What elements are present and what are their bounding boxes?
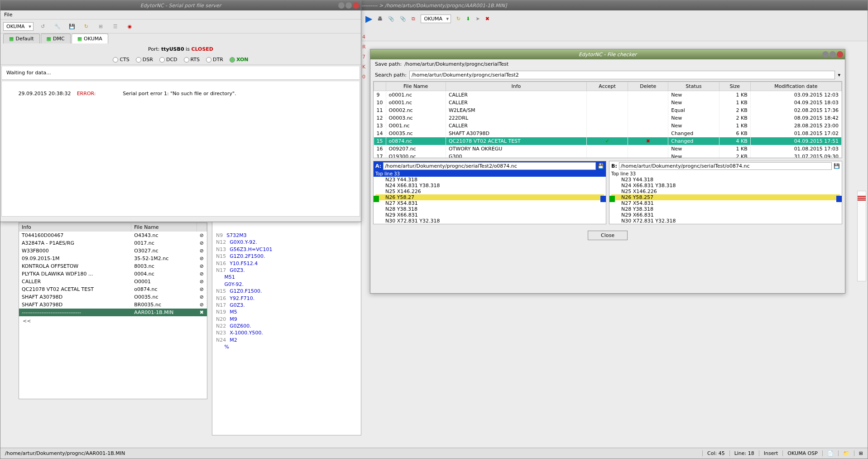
delete-icon[interactable]: ✖ bbox=[646, 138, 650, 144]
col-info[interactable]: Info bbox=[19, 223, 131, 232]
col-filename[interactable]: File Name bbox=[131, 223, 197, 232]
send-icon[interactable]: ➤ bbox=[475, 16, 480, 22]
serial-log: 29.09.2015 20:38:32 ERROR: Serial port e… bbox=[1, 81, 360, 217]
list-item[interactable]: SHAFT A30798DO0035.nc⊘ bbox=[19, 293, 207, 301]
top-line-b: Top line 33 bbox=[609, 171, 842, 177]
list-item[interactable]: KONTROLA OFFSETOW8003.nc⊘ bbox=[19, 262, 207, 270]
tab-okuma[interactable]: ▦OKUMA bbox=[72, 34, 108, 43]
col-size[interactable]: Size bbox=[719, 82, 750, 91]
list-icon[interactable]: ☰ bbox=[110, 21, 120, 31]
close-button[interactable]: Close bbox=[588, 231, 628, 240]
status-col: Col: 45 bbox=[702, 450, 729, 456]
accept-icon[interactable]: ✔ bbox=[605, 138, 609, 144]
maximize-icon[interactable] bbox=[830, 51, 836, 58]
list-item[interactable]: QC21078 VT02 ACETAL TESTo0874.nc⊘ bbox=[19, 285, 207, 293]
status-icon3[interactable]: ⊞ bbox=[854, 450, 868, 456]
grid-icon[interactable]: ⊞ bbox=[96, 21, 106, 31]
port-status-row: Port: ttyUSB0 is CLOSED bbox=[0, 43, 361, 55]
save-path-value: /home/artur/Dokumenty/prognc/serialTest bbox=[404, 61, 508, 67]
table-row[interactable]: 9o0001.ncCALLERNew1 KB03.09.2015 12:03 bbox=[374, 91, 842, 99]
status-icon2[interactable]: 📁 bbox=[838, 450, 854, 456]
dropdown-icon[interactable]: ▾ bbox=[838, 72, 840, 78]
status-line: Line: 18 bbox=[729, 450, 759, 456]
checker-title: EdytorNC - File checker bbox=[370, 49, 845, 59]
diff-b-path[interactable] bbox=[619, 162, 832, 170]
col-delete[interactable]: Delete bbox=[628, 82, 668, 91]
col-info[interactable]: Info bbox=[446, 82, 586, 91]
list-item[interactable]: 09.09.2015-1M35-52-1M2.nc⊘ bbox=[19, 255, 207, 262]
tool-icon[interactable]: 🔧 bbox=[53, 21, 62, 31]
disk-icon[interactable]: 💾 bbox=[67, 21, 77, 31]
project-files-panel: Info File Name T044160D00467O4343.nc⊘A32… bbox=[19, 222, 207, 399]
record-icon[interactable]: ◉ bbox=[125, 21, 135, 31]
signal-xon: XON bbox=[230, 57, 249, 63]
diff-pane-a: A: 💾 Top line 33 N23 Y44.318N24 X66.831 … bbox=[373, 161, 606, 224]
minimize-icon[interactable] bbox=[338, 2, 345, 9]
stop-icon[interactable]: ✖ bbox=[485, 16, 489, 22]
list-item[interactable]: PLYTKA DLAWIKA WDF180 ...0004.nc⊘ bbox=[19, 270, 207, 278]
col-status[interactable]: Status bbox=[668, 82, 719, 91]
attach-remove-icon[interactable]: 📎 bbox=[400, 16, 406, 22]
diff-a-path[interactable] bbox=[383, 162, 596, 170]
reset-icon[interactable]: ↺ bbox=[38, 21, 48, 31]
serial-title: EdytorNC - Serial port file server bbox=[0, 0, 361, 10]
signal-dtr: DTR bbox=[206, 57, 223, 63]
table-row[interactable]: 16O09207.ncOTWORY NA OKREGUNew1 KB01.08.… bbox=[374, 145, 842, 153]
collapse-arrow[interactable]: << bbox=[19, 316, 207, 326]
table-row[interactable]: 10o0001.ncCALLERNew1 KB04.09.2015 18:03 bbox=[374, 99, 842, 106]
list-item[interactable]: SHAFT A30798DBR0035.nc⊘ bbox=[19, 301, 207, 309]
table-row[interactable]: 15o0874.ncQC21078 VT02 ACETAL TEST✔✖Chan… bbox=[374, 137, 842, 145]
list-item[interactable]: CALLERO0001⊘ bbox=[19, 278, 207, 285]
col-date[interactable]: Modification date bbox=[750, 82, 841, 91]
diff-icon[interactable]: ⧉ bbox=[412, 16, 415, 22]
list-item[interactable]: T044160D00467O4343.nc⊘ bbox=[19, 232, 207, 239]
machine-dropdown[interactable]: OKUMA bbox=[421, 14, 451, 23]
status-icon[interactable]: 📄 bbox=[822, 450, 838, 456]
download-icon[interactable]: ⬇ bbox=[466, 16, 470, 22]
save-icon[interactable]: 💾 bbox=[834, 163, 840, 169]
diff-a-label: A: bbox=[375, 163, 381, 169]
waiting-label: Waiting for data... bbox=[1, 66, 360, 80]
list-item[interactable]: W33FB000O3027.nc⊘ bbox=[19, 247, 207, 255]
diff-minimap[interactable] bbox=[857, 191, 866, 281]
list-item[interactable]: A32847A - P1AES/RG0017.nc⊘ bbox=[19, 239, 207, 247]
statusbar: /home/artur/Dokumenty/prognc/AAR001-1B.M… bbox=[0, 448, 868, 459]
maximize-icon[interactable] bbox=[345, 2, 352, 9]
close-icon[interactable] bbox=[837, 51, 843, 58]
status-mode: OKUMA OSP bbox=[782, 450, 822, 456]
table-row[interactable]: 13O001.ncCALLERNew1 KB28.08.2015 23:00 bbox=[374, 122, 842, 130]
table-row[interactable]: 12O0003.nc222DRLNew2 KB08.09.2015 18:42 bbox=[374, 114, 842, 122]
signal-rts: RTS bbox=[184, 57, 200, 63]
close-icon[interactable] bbox=[353, 2, 359, 9]
col-filename[interactable]: File Name bbox=[386, 82, 446, 91]
diff-pane-b: B: 💾 Top line 33 N23 Y44.318N24 X66.831 … bbox=[609, 161, 842, 224]
table-row[interactable]: 17O19300.ncG300New2 KB31.07.2015 09:30 bbox=[374, 153, 842, 158]
refresh-icon[interactable]: ↻ bbox=[82, 21, 91, 31]
search-path-label: Search path: bbox=[375, 72, 407, 78]
col-icon bbox=[197, 223, 206, 232]
tab-dmc[interactable]: ▦DMC bbox=[41, 34, 71, 43]
col-accept[interactable]: Accept bbox=[586, 82, 628, 91]
search-path-input[interactable] bbox=[409, 71, 835, 79]
save-icon[interactable]: 💾 bbox=[598, 163, 604, 169]
table-row[interactable]: 11O0002.ncW2LEA/SMEqual2 KB02.08.2015 17… bbox=[374, 106, 842, 114]
arrow-right-icon[interactable]: ▶ bbox=[365, 13, 372, 24]
table-row[interactable]: 14O0035.ncSHAFT A30798DChanged6 KB01.08.… bbox=[374, 130, 842, 137]
reload-icon[interactable]: ↻ bbox=[456, 16, 460, 22]
minimize-icon[interactable] bbox=[822, 51, 829, 58]
signal-cts: CTS bbox=[113, 57, 129, 63]
status-insert: Insert bbox=[759, 450, 783, 456]
file-menu[interactable]: File bbox=[4, 12, 12, 18]
signal-dsr: DSR bbox=[136, 57, 153, 63]
diff-b-label: B: bbox=[611, 163, 617, 169]
save-path-label: Save path: bbox=[375, 61, 402, 67]
print-icon[interactable]: 🖶 bbox=[378, 16, 383, 22]
serial-dropdown[interactable]: OKUMA bbox=[3, 22, 34, 31]
top-line-a: Top line 33 bbox=[374, 171, 606, 177]
signal-dcd: DCD bbox=[159, 57, 177, 63]
list-item[interactable]: ---------------------------------AAR001-… bbox=[19, 309, 207, 316]
attach-icon[interactable]: 📎 bbox=[388, 16, 394, 22]
tab-default[interactable]: ▦Default bbox=[3, 34, 40, 43]
status-path: /home/artur/Dokumenty/prognc/AAR001-1B.M… bbox=[0, 450, 702, 456]
